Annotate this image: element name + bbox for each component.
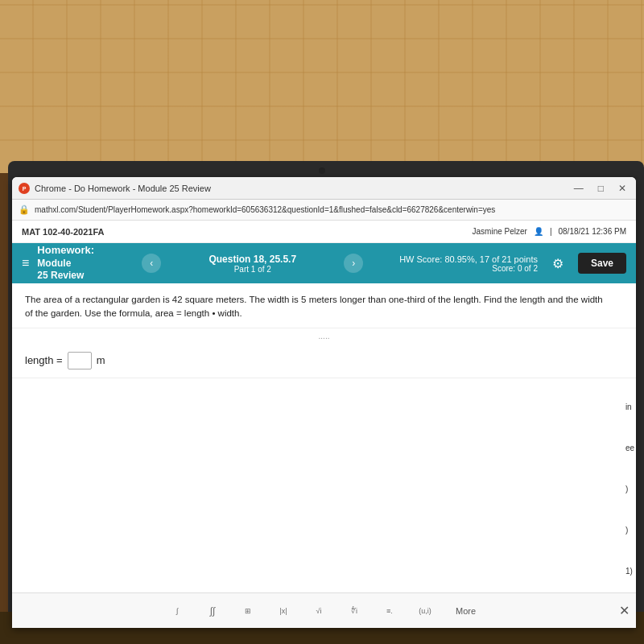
title-bar: P Chrome - Do Homework - Module 25 Revie… <box>12 177 636 200</box>
bottom-toolbar: ∫ ∫∫ ⊞ |x| √i ∜i ≡. (u,i) More ✕ <box>12 592 636 628</box>
question-part: Part 1 of 2 <box>169 265 336 274</box>
close-x-button[interactable]: ✕ <box>619 603 630 618</box>
right-label-3: 1) <box>625 567 634 576</box>
toolbar-matrix[interactable]: ⊞ <box>237 607 259 615</box>
lock-icon: 🔒 <box>19 204 30 215</box>
user-icon: 👤 <box>534 227 543 236</box>
settings-icon[interactable]: ⚙ <box>552 256 564 271</box>
browser-window: P Chrome - Do Homework - Module 25 Revie… <box>12 177 636 628</box>
homework-name: Module25 Review <box>37 258 134 283</box>
unit-label: m <box>97 354 105 366</box>
browser-icon: P <box>19 183 30 194</box>
toolbar-double-integral[interactable]: ∫∫ <box>201 605 224 617</box>
right-label-in: in <box>625 402 634 411</box>
right-label-2: ) <box>625 526 634 535</box>
next-question-button[interactable]: › <box>344 254 363 273</box>
length-input[interactable] <box>68 352 92 369</box>
toolbar-nth-root[interactable]: ∜i <box>343 607 365 615</box>
right-label-1: ) <box>625 485 634 493</box>
homework-title: Homework: Module25 Review <box>37 244 134 283</box>
work-area: in ee ) ) 1) 1) <box>12 378 636 572</box>
close-button[interactable]: ✕ <box>615 183 630 194</box>
address-bar: 🔒 mathxl.com/Student/PlayerHomework.aspx… <box>12 200 636 221</box>
course-id: MAT 102-40-2021FA <box>22 227 105 237</box>
right-labels: in ee ) ) 1) 1) <box>625 402 636 617</box>
browser-title: Chrome - Do Homework - Module 25 Review <box>35 184 211 193</box>
toolbar-integral[interactable]: ∫ <box>166 607 188 615</box>
toolbar-sqrt[interactable]: √i <box>308 607 330 615</box>
url-text[interactable]: mathxl.com/Student/PlayerHomework.aspx?h… <box>35 205 630 214</box>
question-info: Question 18, 25.5.7 Part 1 of 2 <box>169 254 336 274</box>
question-area: The area of a rectangular garden is 42 s… <box>12 283 636 328</box>
user-name: Jasmine Pelzer <box>473 227 527 236</box>
svg-text:P: P <box>23 186 27 192</box>
length-label: length = <box>25 354 63 366</box>
separator: | <box>550 227 552 236</box>
carpet-background <box>0 0 644 173</box>
webcam <box>319 167 325 174</box>
hw-score: HW Score: 80.95%, 17 of 21 points Score:… <box>371 254 538 273</box>
minimize-button[interactable]: — <box>571 183 587 194</box>
dots-separator: ..... <box>12 328 636 344</box>
course-header: MAT 102-40-2021FA Jasmine Pelzer 👤 | 08/… <box>12 221 636 243</box>
maximize-button[interactable]: □ <box>595 183 607 194</box>
toolbar-tuple[interactable]: (u,i) <box>414 607 436 615</box>
question-number: Question 18, 25.5.7 <box>169 254 336 265</box>
title-bar-left: P Chrome - Do Homework - Module 25 Revie… <box>19 183 211 194</box>
more-button[interactable]: More <box>449 603 482 619</box>
toolbar-list[interactable]: ≡. <box>378 607 401 615</box>
hamburger-icon[interactable]: ≡ <box>22 256 29 270</box>
answer-area: length = m <box>12 344 636 378</box>
toolbar-absolute[interactable]: |x| <box>272 607 295 615</box>
homework-label: Homework: <box>37 244 94 256</box>
length-row: length = m <box>25 352 623 369</box>
score-value: Score: 0 of 2 <box>371 264 538 273</box>
hw-score-value: HW Score: 80.95%, 17 of 21 points <box>371 254 538 264</box>
datetime: 08/18/21 12:36 PM <box>558 227 626 236</box>
right-label-ee: ee <box>625 444 634 452</box>
window-controls: — □ ✕ <box>571 183 630 194</box>
prev-question-button[interactable]: ‹ <box>142 254 161 273</box>
user-info: Jasmine Pelzer 👤 | 08/18/21 12:36 PM <box>473 227 626 236</box>
question-text: The area of a rectangular garden is 42 s… <box>25 293 605 321</box>
homework-bar: ≡ Homework: Module25 Review ‹ Question 1… <box>12 243 636 283</box>
save-button[interactable]: Save <box>578 253 626 274</box>
